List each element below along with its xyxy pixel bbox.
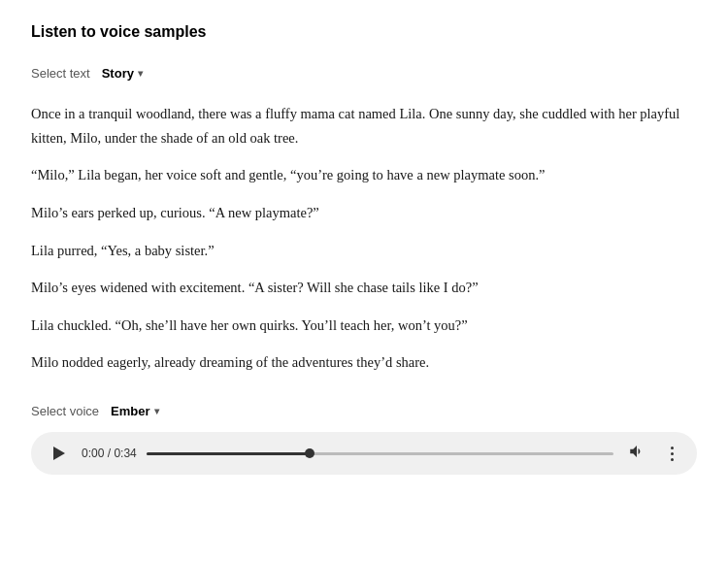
select-voice-row: Select voice Ember ▾ — [31, 402, 697, 420]
audio-player: 0:00 / 0:34 — [31, 432, 697, 475]
more-dot-1 — [671, 447, 674, 449]
play-button[interactable] — [45, 440, 72, 467]
select-text-dropdown[interactable]: Story ▾ — [98, 64, 147, 83]
volume-icon — [628, 443, 645, 464]
story-text: Once in a tranquil woodland, there was a… — [31, 102, 697, 375]
current-time: 0:00 — [82, 447, 104, 460]
page-title: Listen to voice samples — [31, 23, 697, 41]
story-paragraph: Milo’s ears perked up, curious. “A new p… — [31, 201, 697, 225]
select-voice-dropdown[interactable]: Ember ▾ — [107, 402, 162, 420]
select-voice-chevron-icon: ▾ — [154, 406, 159, 416]
select-text-row: Select text Story ▾ — [31, 64, 697, 83]
select-text-value: Story — [102, 66, 134, 81]
story-paragraph: Milo nodded eagerly, already dreaming of… — [31, 350, 697, 375]
select-text-label: Select text — [31, 66, 90, 81]
play-icon — [53, 447, 65, 460]
select-voice-value: Ember — [111, 404, 149, 418]
select-text-chevron-icon: ▾ — [138, 68, 143, 79]
story-paragraph: Lila purred, “Yes, a baby sister.” — [31, 239, 697, 263]
select-voice-label: Select voice — [31, 404, 99, 418]
volume-button[interactable] — [623, 440, 650, 467]
time-display: 0:00 / 0:34 — [82, 447, 137, 460]
progress-track — [147, 452, 613, 455]
more-options-button[interactable] — [660, 442, 683, 465]
more-dot-3 — [671, 458, 674, 461]
total-time: 0:34 — [114, 447, 136, 460]
progress-fill — [147, 452, 310, 455]
story-paragraph: Milo’s eyes widened with excitement. “A … — [31, 276, 697, 300]
progress-bar[interactable] — [147, 451, 613, 455]
progress-thumb — [305, 448, 314, 458]
page-container: Listen to voice samples Select text Stor… — [31, 23, 697, 475]
story-paragraph: Lila chuckled. “Oh, she’ll have her own … — [31, 314, 697, 338]
story-paragraph: Once in a tranquil woodland, there was a… — [31, 102, 697, 149]
story-paragraph: “Milo,” Lila began, her voice soft and g… — [31, 163, 697, 187]
more-dot-2 — [671, 452, 674, 455]
